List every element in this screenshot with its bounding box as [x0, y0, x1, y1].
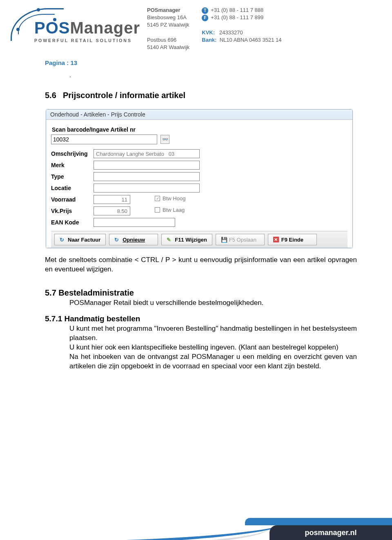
field-omschrijving[interactable] [94, 149, 200, 158]
address-line: 5145 PZ Waalwijk [147, 22, 189, 28]
toolbar-einde-button[interactable]: ✕ F9 Einde [268, 234, 317, 245]
section-5.7.1-para3: Na het inboeken van de ontvangst zal POS… [69, 352, 357, 371]
checkbox-icon: ✓ [155, 196, 160, 201]
kvk-value: 24333270 [219, 29, 243, 36]
toolbar-opnieuw-button[interactable]: ↻ Opnieuw [109, 234, 158, 245]
bank-label: Bank: [202, 37, 216, 43]
checkbox-icon [155, 207, 160, 213]
search-button[interactable]: 👓 [160, 135, 169, 144]
scan-barcode-input[interactable] [51, 134, 157, 144]
toolbar-naar-factuur-button[interactable]: ↻ Naar Factuur [54, 234, 106, 245]
phone-number: +31 (0) 88 - 111 7 888 [211, 7, 263, 13]
section-title: Prijscontrole / informatie artikel [63, 91, 185, 100]
section-5.6-paragraph: Met de sneltoets combinatie < CTRL / P >… [45, 255, 357, 274]
field-label-voorraad: Voorraad [51, 196, 94, 203]
logo-block: POSManager POWERFUL RETAIL SOLUTIONS [12, 4, 147, 44]
field-label-locatie: Locatie [51, 185, 94, 191]
save-icon: 💾 [221, 237, 227, 242]
fax-icon: F [202, 15, 208, 21]
checkbox-label: Btw Laag [163, 207, 185, 213]
field-label-omschrijving: Omschrijving [51, 150, 94, 157]
close-icon: ✕ [273, 237, 279, 242]
footer-url: posmanager.nl [270, 525, 392, 540]
page-footer: posmanager.nl [0, 511, 392, 540]
bank-value: NL10 ABNA 0463 3521 14 [220, 37, 282, 43]
field-label-ean: EAN Kode [51, 219, 94, 226]
field-ean[interactable] [94, 218, 175, 227]
section-number: 5.6 [45, 91, 63, 100]
refresh-icon: ↻ [60, 237, 65, 242]
section-5.7-paragraph: POSManager Retail biedt u verschillende … [69, 298, 357, 308]
section-5.6-heading: 5.6 Prijscontrole / informatie artikel [45, 91, 357, 100]
logo-tagline: POWERFUL RETAIL SOLUTIONS [34, 38, 140, 43]
address-line: Biesbosweg 16A [147, 14, 187, 20]
window-toolbar: ↻ Naar Factuur ↻ Opnieuw ✎ F11 Wijzigen … [51, 231, 347, 248]
field-merk[interactable] [94, 161, 200, 170]
binoculars-icon: 👓 [162, 137, 168, 142]
logo-company-name: Manager [70, 19, 140, 37]
section-5.7.1-para2: U kunt hier ook een klantspecifieke best… [69, 343, 357, 352]
app-window-prijscontrole: Onderhoud - Artikelen - Prijs Controle S… [46, 109, 353, 248]
stray-dot: . [69, 72, 392, 78]
checkbox-label: Btw Hoog [163, 195, 185, 202]
checkbox-btw-laag[interactable]: Btw Laag [155, 207, 185, 213]
pencil-icon: ✎ [167, 237, 172, 242]
section-5.7.1-para1: U kunt met het programma "Invoeren Beste… [69, 324, 357, 343]
page-number: Pagina : 13 [45, 59, 392, 66]
fax-number: +31 (0) 88 - 111 7 899 [211, 14, 263, 20]
logo-graphic: POSManager POWERFUL RETAIL SOLUTIONS [12, 7, 147, 44]
button-label: F11 Wijzigen [175, 237, 207, 243]
field-label-merk: Merk [51, 162, 94, 168]
field-vkprijs[interactable] [94, 206, 130, 215]
button-label: F5 Opslaan [229, 237, 256, 243]
postbox-line: 5140 AR Waalwijk [147, 44, 189, 50]
button-label: F9 Einde [281, 237, 303, 243]
field-label-vkprijs: Vk.Prijs [51, 208, 94, 214]
window-body: Scan barcode/Ingave Artikel nr 👓 Omschri… [46, 120, 352, 248]
section-5.7-heading: 5.7 Besteladministratie [45, 288, 357, 298]
header-address-1: POSmanager Biesbosweg 16A 5145 PZ Waalwi… [147, 7, 189, 51]
kvk-label: KVK: [202, 29, 215, 36]
company-name-small: POSmanager [147, 7, 180, 13]
header-phone-block: T+31 (0) 88 - 111 7 888 F+31 (0) 88 - 11… [202, 7, 281, 51]
field-voorraad[interactable] [94, 195, 130, 204]
checkbox-btw-hoog[interactable]: ✓Btw Hoog [155, 195, 185, 202]
window-titlebar: Onderhoud - Artikelen - Prijs Controle [46, 110, 352, 120]
postbox-line: Postbus 696 [147, 37, 176, 43]
field-type[interactable] [94, 172, 200, 181]
button-label: Opnieuw [122, 237, 145, 243]
document-body: 5.6 Prijscontrole / informatie artikel O… [0, 78, 392, 371]
footer-stripe-blue [245, 518, 392, 525]
scan-label: Scan barcode/Ingave Artikel nr [52, 126, 347, 133]
field-label-type: Type [51, 173, 94, 180]
phone-icon: T [202, 7, 208, 14]
section-5.7.1-heading: 5.7.1 Handmatig bestellen [45, 314, 357, 323]
field-locatie[interactable] [94, 184, 200, 193]
button-label: Naar Factuur [68, 237, 100, 243]
toolbar-opslaan-button[interactable]: 💾 F5 Opslaan [216, 234, 265, 245]
refresh-icon: ↻ [114, 237, 120, 242]
letterhead: POSManager POWERFUL RETAIL SOLUTIONS POS… [0, 0, 392, 51]
header-contact: POSmanager Biesbosweg 16A 5145 PZ Waalwi… [147, 4, 380, 51]
toolbar-wijzigen-button[interactable]: ✎ F11 Wijzigen [161, 234, 212, 245]
